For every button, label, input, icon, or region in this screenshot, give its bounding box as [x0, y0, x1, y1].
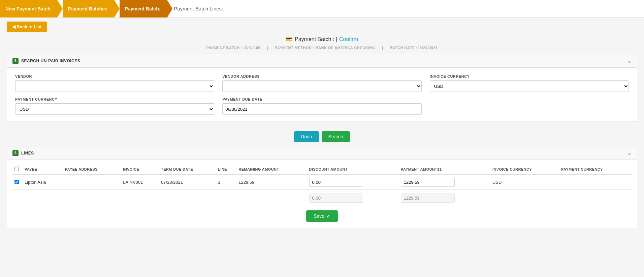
row-payment-amount-cell — [399, 175, 490, 190]
payment-currency-select[interactable]: USD EUR — [15, 103, 214, 115]
header-payee: PAYEE — [23, 164, 63, 175]
header-payee-address: PAYEE ADDRESS — [63, 164, 121, 175]
lines-table-header: PAYEE PAYEE ADDRESS INVOICE TERM DUE DAT… — [12, 164, 632, 175]
vendor-select[interactable] — [15, 80, 214, 92]
row-invoice-currency: USD — [490, 175, 559, 190]
header-remaining-amount: REMAINING AMOUNT — [236, 164, 307, 175]
row-remaining-amount: 1229.59 — [236, 175, 307, 190]
totals-row — [12, 190, 632, 206]
undo-button[interactable]: Undo — [294, 131, 319, 142]
lines-section-chevron: ⌄ — [627, 150, 632, 156]
header-invoice-currency: INVOICE CURRENCY — [490, 164, 559, 175]
row-checkbox-cell — [12, 175, 23, 190]
breadcrumb-payment-batch[interactable]: Payment Batch: — [120, 0, 167, 18]
row-discount-amount-cell — [307, 175, 399, 190]
header-payment-currency: PAYMENT CURRENCY — [559, 164, 632, 175]
row-term-due-date: 07/23/2021 — [159, 175, 216, 190]
row-line: 1 — [216, 175, 236, 190]
search-button[interactable]: Search — [322, 131, 350, 142]
table-row: Lipton Asia LAINV001 07/23/2021 1 1229.5… — [12, 175, 632, 190]
totals-trailing — [490, 190, 632, 206]
search-section-title: SEARCH UN-PAID INVOICES — [21, 59, 80, 63]
save-button[interactable]: Save ✔ — [306, 210, 338, 222]
payment-due-date-input[interactable] — [222, 103, 421, 115]
lines-section-title: LINES — [21, 151, 34, 155]
page-header-text: Payment Batch : | — [295, 36, 337, 42]
back-to-list-button[interactable]: ◀ Back to List — [7, 22, 47, 32]
payment-amount-input[interactable] — [401, 178, 455, 187]
lines-table-body: Lipton Asia LAINV001 07/23/2021 1 1229.5… — [12, 175, 632, 206]
totals-payment-cell — [399, 190, 490, 206]
payment-due-date-field: PAYMENT DUE DATE — [222, 97, 421, 115]
confirm-link[interactable]: Confirm — [339, 36, 358, 42]
header-line: LINE — [216, 164, 236, 175]
search-form: VENDOR VENDOR ADDRESS INVOICE CURRENCY U… — [7, 68, 637, 122]
totals-discount-input — [309, 194, 363, 203]
search-invoices-card: $ SEARCH UN-PAID INVOICES ⌄ VENDOR VENDO… — [7, 54, 637, 122]
lines-header[interactable]: $ LINES ⌄ — [7, 146, 637, 160]
page-title: Payment Batch Lines: — [167, 0, 230, 18]
select-all-checkbox[interactable] — [14, 167, 19, 171]
lines-table: PAYEE PAYEE ADDRESS INVOICE TERM DUE DAT… — [12, 164, 632, 206]
row-invoice: LAINV001 — [121, 175, 159, 190]
batch-number: PAYMENT BATCH : JUN2105 — [206, 46, 260, 50]
discount-amount-input[interactable] — [309, 178, 363, 187]
breadcrumb-payment-batches[interactable]: Payment Batches — [63, 0, 114, 18]
search-action-bar: Undo Search — [7, 127, 637, 146]
header-discount-amount: DISCOUNT AMOUNT — [307, 164, 399, 175]
row-payee-address — [63, 175, 121, 190]
batch-date: BATCH DATE :06/24/2021 — [390, 46, 438, 50]
payment-currency-label: PAYMENT CURRENCY — [15, 97, 214, 101]
totals-discount-cell — [307, 190, 399, 206]
lines-content: PAYEE PAYEE ADDRESS INVOICE TERM DUE DAT… — [7, 160, 637, 228]
page-header: 💳 Payment Batch : | Confirm — [7, 36, 637, 42]
breadcrumb: New Payment Batch Payment Batches Paymen… — [0, 0, 644, 18]
page-header-icon: 💳 — [286, 36, 293, 42]
invoice-currency-label: INVOICE CURRENCY — [430, 74, 629, 78]
totals-spacer — [12, 190, 307, 206]
lines-section-icon: $ — [12, 150, 19, 156]
header-payment-amount: PAYMENT AMOUNT11 — [399, 164, 490, 175]
breadcrumb-new-payment-batch[interactable]: New Payment Batch — [0, 0, 57, 18]
payment-due-date-label: PAYMENT DUE DATE — [222, 97, 421, 101]
row-payment-currency — [559, 175, 632, 190]
row-checkbox[interactable] — [14, 180, 19, 184]
search-section-chevron: ⌄ — [627, 58, 632, 64]
vendor-address-label: VENDOR ADDRESS — [222, 74, 421, 78]
lines-card: $ LINES ⌄ PAYEE PAYEE ADDRESS INVOICE TE… — [7, 146, 637, 228]
vendor-address-field: VENDOR ADDRESS — [222, 74, 421, 92]
save-check-icon: ✔ — [326, 213, 330, 219]
vendor-address-select[interactable] — [222, 80, 421, 92]
payment-method: PAYMENT METHOD : BANK OF AMERICA CHECKIN… — [275, 46, 375, 50]
header-checkbox-cell — [12, 164, 23, 175]
header-invoice: INVOICE — [121, 164, 159, 175]
invoice-currency-select[interactable]: USD EUR GBP — [430, 80, 629, 92]
save-bar: Save ✔ — [12, 206, 632, 224]
header-term-due-date: TERM DUE DATE — [159, 164, 216, 175]
invoice-currency-field: INVOICE CURRENCY USD EUR GBP — [430, 74, 629, 92]
batch-info-bar: PAYMENT BATCH : JUN2105 | PAYMENT METHOD… — [7, 46, 637, 50]
search-section-icon: $ — [12, 58, 19, 64]
totals-payment-input — [401, 194, 455, 203]
vendor-field: VENDOR — [15, 74, 214, 92]
search-invoices-header[interactable]: $ SEARCH UN-PAID INVOICES ⌄ — [7, 54, 637, 68]
row-payee: Lipton Asia — [23, 175, 63, 190]
separator-2: | — [382, 46, 383, 50]
payment-currency-field: PAYMENT CURRENCY USD EUR — [15, 97, 214, 115]
separator-1: | — [267, 46, 268, 50]
vendor-label: VENDOR — [15, 74, 214, 78]
